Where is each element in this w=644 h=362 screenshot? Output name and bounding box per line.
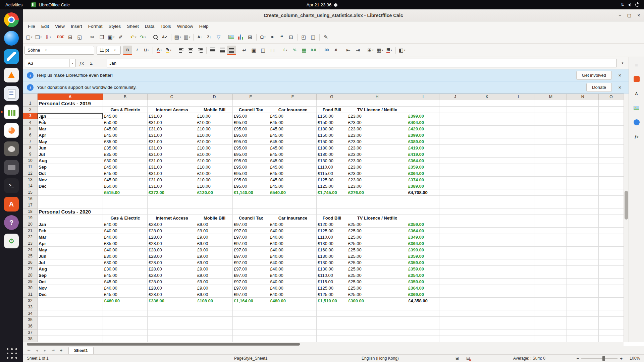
zoom-slider[interactable] xyxy=(581,358,618,359)
cell-E13[interactable]: £95.00 xyxy=(233,177,269,183)
font-color-button[interactable]: A▾ xyxy=(155,46,164,55)
cell-I36[interactable] xyxy=(407,323,439,329)
cell-J30[interactable] xyxy=(439,285,471,291)
function-wizard-button[interactable]: ƒx xyxy=(77,59,86,67)
cell-B24[interactable]: £40.00 xyxy=(103,247,148,253)
cell-C5[interactable]: £31.00 xyxy=(148,126,196,132)
cut-button[interactable]: ✂ xyxy=(88,33,97,42)
cell-N28[interactable] xyxy=(567,272,599,279)
cell-O20[interactable] xyxy=(599,221,624,228)
cell-M2[interactable] xyxy=(535,107,567,113)
cell-G8[interactable]: £180.00 xyxy=(317,145,347,151)
cell-E32[interactable]: £1,164.00 xyxy=(233,298,269,304)
cell-O10[interactable] xyxy=(599,158,624,164)
cell-N32[interactable] xyxy=(567,298,599,304)
cell-A25[interactable]: Jun xyxy=(38,253,103,259)
cell-M30[interactable] xyxy=(535,285,567,291)
cell-C18[interactable] xyxy=(148,208,196,215)
cell-O7[interactable] xyxy=(599,138,624,145)
insert-comment-button[interactable]: ❝ xyxy=(277,33,286,42)
cell-F28[interactable]: £40.00 xyxy=(269,272,317,279)
cell-J9[interactable] xyxy=(439,151,471,158)
cell-K12[interactable] xyxy=(471,170,503,177)
cell-G9[interactable]: £180.00 xyxy=(317,151,347,158)
menu-data[interactable]: Data xyxy=(142,22,158,30)
cell-B4[interactable]: £50.00 xyxy=(103,119,148,126)
cell-L9[interactable] xyxy=(503,151,535,158)
cell-H38[interactable] xyxy=(347,336,407,342)
cell-I15[interactable]: £4,708.00 xyxy=(407,189,439,196)
cell-G15[interactable]: £1,745.00 xyxy=(317,189,347,196)
cell-G10[interactable]: £130.00 xyxy=(317,158,347,164)
cell-B10[interactable]: £30.00 xyxy=(103,158,148,164)
cell-C19[interactable]: Internet Access xyxy=(148,215,196,221)
cell-G38[interactable] xyxy=(317,336,347,342)
border-color-dropdown-arrow[interactable]: ▾ xyxy=(391,49,392,52)
menu-insert[interactable]: Insert xyxy=(68,22,85,30)
export-pdf-button[interactable]: PDF xyxy=(56,33,65,42)
cell-C4[interactable]: £31.00 xyxy=(148,119,196,126)
cell-O31[interactable] xyxy=(599,291,624,298)
cell-L28[interactable] xyxy=(503,272,535,279)
cell-H17[interactable] xyxy=(347,202,407,208)
cell-H12[interactable]: £23.00 xyxy=(347,170,407,177)
cell-A12[interactable]: Oct xyxy=(38,170,103,177)
cell-B38[interactable] xyxy=(103,336,148,342)
cell-A32[interactable] xyxy=(38,298,103,304)
cell-O15[interactable] xyxy=(599,189,624,196)
cell-K32[interactable] xyxy=(471,298,503,304)
app-menu[interactable]: LibreOffice Calc xyxy=(28,2,73,7)
cell-D7[interactable]: £10.00 xyxy=(196,138,233,145)
spreadsheet-grid[interactable]: ABCDEFGHIJKLMNO1Personal Costs - 20192Ga… xyxy=(23,94,624,342)
cell-C11[interactable]: £31.00 xyxy=(148,164,196,170)
sort-descending-button[interactable]: Z↓ xyxy=(205,33,214,42)
open-button[interactable]: ❏▾ xyxy=(34,33,43,42)
cell-E33[interactable] xyxy=(233,304,269,310)
cell-D13[interactable]: £10.00 xyxy=(196,177,233,183)
cell-F26[interactable]: £40.00 xyxy=(269,259,317,266)
cell-D22[interactable]: £9.00 xyxy=(196,234,233,240)
cell-G29[interactable]: £115.00 xyxy=(317,279,347,285)
cell-E10[interactable]: £95.00 xyxy=(233,158,269,164)
terminal-dock-icon[interactable] xyxy=(4,178,19,193)
cell-D17[interactable] xyxy=(196,202,233,208)
cell-O16[interactable] xyxy=(599,196,624,202)
cell-L26[interactable] xyxy=(503,259,535,266)
cell-O4[interactable] xyxy=(599,119,624,126)
borders-button[interactable]: ⊞▾ xyxy=(366,46,375,55)
cell-A7[interactable]: May xyxy=(38,138,103,145)
row-header-5[interactable]: 5 xyxy=(23,126,38,132)
cell-A9[interactable]: Jul xyxy=(38,151,103,158)
cell-H27[interactable]: £25.00 xyxy=(347,266,407,272)
cell-F36[interactable] xyxy=(269,323,317,329)
row-header-26[interactable]: 26 xyxy=(23,259,38,266)
cell-G13[interactable]: £125.00 xyxy=(317,177,347,183)
cell-D16[interactable] xyxy=(196,196,233,202)
cell-J2[interactable] xyxy=(439,107,471,113)
cell-H16[interactable] xyxy=(347,196,407,202)
cell-H21[interactable]: £25.00 xyxy=(347,228,407,234)
column-header-O[interactable]: O xyxy=(599,94,624,100)
cell-F15[interactable]: £540.00 xyxy=(269,189,317,196)
cell-N22[interactable] xyxy=(567,234,599,240)
cell-N33[interactable] xyxy=(567,304,599,310)
zoom-slider-thumb[interactable] xyxy=(602,356,605,361)
font-size-dropdown-arrow[interactable]: ▼ xyxy=(112,46,118,54)
first-sheet-button[interactable]: ⇤ xyxy=(25,347,32,354)
cell-D25[interactable]: £9.00 xyxy=(196,253,233,259)
cell-A1[interactable]: Personal Costs - 2019 xyxy=(38,100,103,107)
align-bottom-button[interactable] xyxy=(227,46,236,55)
cell-M18[interactable] xyxy=(535,208,567,215)
cell-M35[interactable] xyxy=(535,317,567,323)
cell-D24[interactable]: £9.00 xyxy=(196,247,233,253)
selection-fill-handle[interactable] xyxy=(101,118,103,119)
cell-M3[interactable] xyxy=(535,113,567,119)
cell-D19[interactable]: Mobile Bill xyxy=(196,215,233,221)
navigator-deck-button[interactable] xyxy=(631,117,642,127)
cell-D36[interactable] xyxy=(196,323,233,329)
font-name-dropdown-arrow[interactable]: ▼ xyxy=(43,46,49,54)
unmerge-cells-button[interactable]: ◻ xyxy=(268,46,277,55)
cell-E27[interactable]: £97.00 xyxy=(233,266,269,272)
cell-H4[interactable]: £23.00 xyxy=(347,119,407,126)
row-header-33[interactable]: 33 xyxy=(23,304,38,310)
